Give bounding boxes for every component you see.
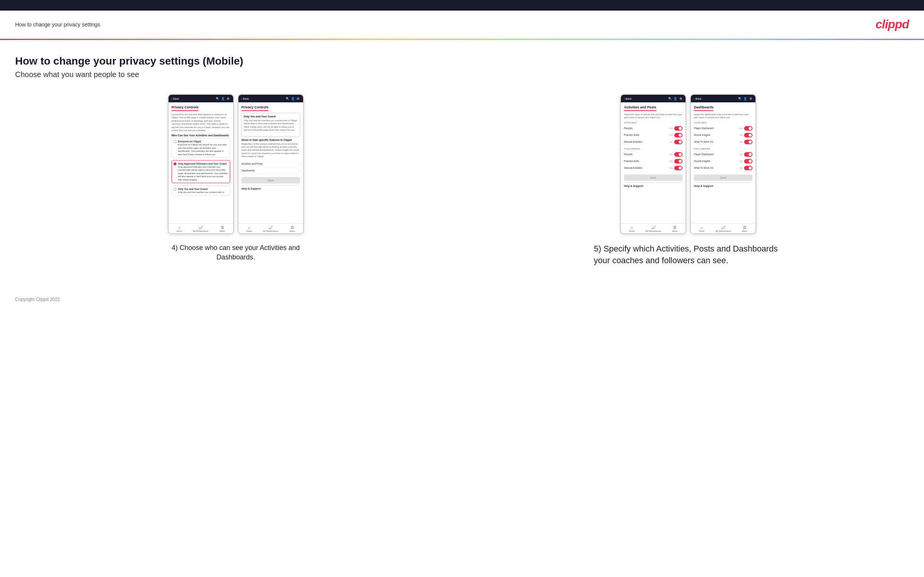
performance-label-3: My Performance	[646, 230, 661, 232]
nav-home-2[interactable]: ⌂ Home	[239, 226, 260, 232]
search-icon-4[interactable]: 🔍	[738, 97, 742, 100]
round-insights-followers-toggle[interactable]	[744, 159, 753, 163]
logo: clippd	[876, 18, 909, 31]
option-approved[interactable]: Only Approved Followers and Your Coach O…	[171, 160, 230, 183]
nav-home-1[interactable]: ⌂ Home	[168, 226, 190, 232]
save-button-4[interactable]: Save	[694, 174, 753, 181]
header-title: How to change your privacy settings	[15, 21, 100, 27]
settings-icon-2[interactable]: ⚙	[296, 97, 300, 100]
phone-3-content: Activities and Posts Select the types of…	[621, 102, 685, 223]
phone-4-section-title: Dashboards	[694, 105, 714, 111]
nav-performance-1[interactable]: 📈 My Performance	[190, 226, 212, 232]
what-to-work-coaches-group: ON	[739, 140, 753, 144]
radio-approved[interactable]	[173, 162, 176, 165]
player-dash-followers-toggle[interactable]	[744, 152, 753, 157]
person-icon-4[interactable]: 👤	[743, 97, 747, 100]
settings-icon-4[interactable]: ⚙	[749, 97, 753, 100]
page-subheading: Choose what you want people to see	[15, 70, 909, 79]
person-icon-1[interactable]: 👤	[221, 97, 225, 100]
person-icon-3[interactable]: 👤	[674, 97, 677, 100]
drills-coaches-group: ON	[669, 133, 683, 137]
settings-icon-1[interactable]: ⚙	[226, 97, 230, 100]
manual-followers-toggle[interactable]	[674, 166, 683, 170]
search-icon-2[interactable]: 🔍	[286, 97, 289, 100]
toggle-round-insights-followers: Round Insights ON	[694, 158, 753, 164]
phone-2: ‹ Back 🔍 👤 ⚙ Privacy Controls Only You a…	[238, 94, 304, 234]
person-icon-2[interactable]: 👤	[291, 97, 295, 100]
nav-home-4[interactable]: ⌂ Home	[691, 226, 712, 232]
phone-3-body-text: Select the types of activity that you'd …	[624, 113, 683, 119]
feature-dashboards[interactable]: Dashboards ›	[241, 167, 300, 174]
option-everyone[interactable]: Everyone on Clippd Everyone on Clippd ca…	[171, 138, 230, 158]
player-dash-followers-label: Player Dashboard	[694, 153, 714, 156]
what-to-work-coaches-toggle[interactable]	[744, 140, 753, 144]
rounds-followers-label: Rounds	[624, 153, 632, 156]
performance-label-1: My Performance	[193, 230, 208, 232]
toggle-manual-followers: Manual Activities ON	[624, 164, 683, 171]
search-icon-1[interactable]: 🔍	[216, 97, 220, 100]
popup-title: Only You and Your Coach	[244, 115, 298, 118]
back-button-4[interactable]: ‹ Back	[694, 97, 701, 100]
round-insights-coaches-toggle[interactable]	[744, 133, 753, 137]
copyright: Copyright Clippd 2022	[15, 297, 60, 302]
back-button-1[interactable]: ‹ Back	[171, 97, 179, 100]
drills-followers-group: ON	[669, 159, 683, 163]
feature-activities-label: Activities and Posts	[241, 162, 263, 165]
search-icon-3[interactable]: 🔍	[668, 97, 672, 100]
performance-label-2: My Performance	[263, 230, 278, 232]
save-button-2[interactable]: Save	[241, 177, 300, 184]
nav-icons-3: 🔍 👤 ⚙	[668, 97, 683, 100]
manual-followers-group: ON	[669, 166, 683, 170]
nav-performance-4[interactable]: 📈 My Performance	[712, 226, 734, 232]
feature-dashboards-label: Dashboards	[241, 169, 255, 172]
home-label-1: Home	[176, 230, 182, 232]
manual-coaches-group: ON	[669, 140, 683, 144]
phone-2-section-title: Privacy Controls	[241, 105, 269, 111]
option-you-coach[interactable]: Only You and Your Coach Only you and the…	[171, 185, 230, 196]
nav-menu-3[interactable]: ☰ Menu	[664, 226, 685, 232]
phone-1-content: Privacy Controls Control how you and you…	[168, 102, 233, 223]
what-to-work-followers-label: What To Work On	[694, 166, 713, 169]
rounds-followers-group: ON	[669, 152, 683, 157]
home-label-4: Home	[699, 230, 704, 232]
rounds-followers-toggle[interactable]	[674, 152, 683, 157]
nav-menu-2[interactable]: ☰ Menu	[281, 226, 303, 232]
drills-followers-toggle[interactable]	[674, 159, 683, 163]
nav-performance-3[interactable]: 📈 My Performance	[643, 226, 664, 232]
menu-label-1: Menu	[220, 230, 225, 232]
feature-activities[interactable]: Activities and Posts ›	[241, 161, 300, 167]
nav-menu-1[interactable]: ☰ Menu	[212, 226, 233, 232]
radio-you-coach[interactable]	[173, 188, 176, 191]
nav-home-3[interactable]: ⌂ Home	[621, 226, 643, 232]
toggle-what-to-work-coaches: What To Work On ON	[694, 139, 753, 145]
nav-menu-4[interactable]: ☰ Menu	[734, 226, 756, 232]
phone-4-content: Dashboards Select the dashboards that yo…	[691, 102, 756, 223]
rounds-coaches-group: ON	[669, 126, 683, 131]
home-label-3: Home	[629, 230, 635, 232]
player-dash-coaches-toggle[interactable]	[744, 126, 753, 131]
phone-2-content: Privacy Controls Only You and Your Coach…	[239, 102, 303, 223]
phone-4-bottom-nav: ⌂ Home 📈 My Performance ☰ Menu	[691, 223, 756, 234]
rounds-coaches-toggle[interactable]	[674, 126, 683, 131]
nav-performance-2[interactable]: 📈 My Performance	[260, 226, 281, 232]
option-approved-text: Only Approved Followers and Your Coach O…	[178, 162, 228, 181]
settings-icon-3[interactable]: ⚙	[679, 97, 683, 100]
home-icon-1: ⌂	[178, 226, 180, 230]
toggle-player-dash-followers: Player Dashboard ON	[694, 151, 753, 158]
back-button-3[interactable]: ‹ Back	[624, 97, 632, 100]
help-support-2: Help & Support	[241, 185, 300, 192]
back-button-2[interactable]: ‹ Back	[241, 97, 249, 100]
what-to-work-followers-toggle[interactable]	[744, 166, 753, 170]
drills-coaches-toggle[interactable]	[674, 133, 683, 137]
performance-icon-3: 📈	[651, 226, 656, 230]
toggle-player-dash-coaches: Player Dashboard ON	[694, 125, 753, 132]
toggle-what-to-work-followers: What To Work On ON	[694, 164, 753, 171]
manual-coaches-toggle[interactable]	[674, 140, 683, 144]
phone-1-bottom-nav: ⌂ Home 📈 My Performance ☰ Menu	[168, 223, 233, 234]
save-button-3[interactable]: Save	[624, 174, 683, 181]
drills-followers-label: Practice Drills	[624, 160, 639, 162]
home-icon-2: ⌂	[248, 226, 250, 230]
page-heading: How to change your privacy settings (Mob…	[15, 55, 909, 67]
radio-everyone[interactable]	[173, 140, 176, 143]
phone-2-navbar: ‹ Back 🔍 👤 ⚙	[239, 95, 303, 102]
